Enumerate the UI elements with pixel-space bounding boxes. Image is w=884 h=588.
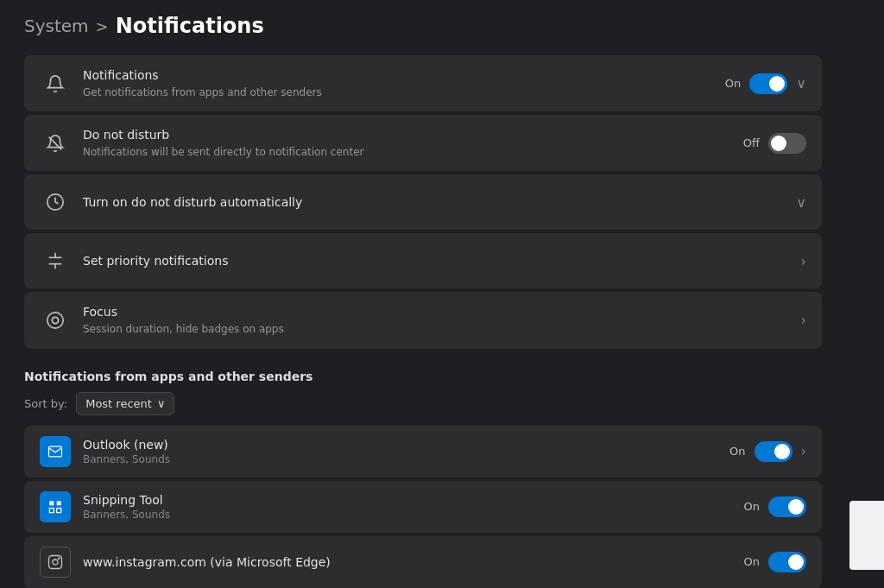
notifications-row[interactable]: Notifications Get notifications from app… — [24, 55, 822, 111]
breadcrumb-system[interactable]: System — [24, 16, 89, 36]
notifications-toggle-label: On — [725, 77, 741, 90]
priority-chevron-right-icon: › — [801, 253, 806, 269]
outlook-toggle-label: On — [729, 445, 745, 458]
page-title: Notifications — [116, 14, 264, 38]
sort-dropdown[interactable]: Most recent ∨ — [76, 392, 174, 415]
settings-list: Notifications Get notifications from app… — [24, 55, 822, 349]
focus-row[interactable]: Focus Session duration, hide badges on a… — [24, 292, 822, 348]
snipping-desc: Banners, Sounds — [83, 509, 744, 521]
notifications-subtitle: Get notifications from apps and other se… — [83, 86, 725, 100]
focus-title: Focus — [83, 304, 801, 321]
dnd-content: Do not disturb Notifications will be sen… — [83, 127, 743, 159]
dnd-title: Do not disturb — [83, 127, 743, 144]
instagram-info: www.instagram.com (via Microsoft Edge) — [83, 555, 744, 569]
apps-section: Notifications from apps and other sender… — [24, 370, 822, 588]
snipping-toggle[interactable] — [768, 496, 806, 517]
sort-chevron-down-icon: ∨ — [157, 397, 166, 410]
focus-icon — [40, 305, 71, 336]
sort-label: Sort by: — [24, 397, 67, 410]
outlook-desc: Banners, Sounds — [83, 453, 729, 465]
notifications-toggle[interactable] — [749, 73, 787, 94]
snipping-toggle-label: On — [744, 500, 760, 513]
outlook-row[interactable]: Outlook (new) Banners, Sounds On › — [24, 426, 822, 477]
priority-title: Set priority notifications — [83, 253, 801, 270]
auto-dnd-content: Turn on do not disturb automatically — [83, 194, 796, 212]
svg-rect-8 — [49, 446, 62, 457]
svg-rect-9 — [49, 555, 62, 568]
dnd-toggle-label: Off — [743, 136, 760, 149]
instagram-controls: On — [744, 552, 806, 572]
notifications-chevron-down-icon: ∨ — [796, 75, 806, 92]
notifications-title: Notifications — [83, 67, 725, 85]
breadcrumb: System > Notifications — [24, 14, 822, 38]
instagram-icon — [40, 547, 71, 578]
focus-chevron: › — [801, 312, 806, 328]
instagram-name: www.instagram.com (via Microsoft Edge) — [83, 555, 744, 569]
focus-chevron-right-icon: › — [801, 312, 806, 328]
snipping-info: Snipping Tool Banners, Sounds — [83, 493, 744, 521]
priority-icon — [40, 245, 71, 276]
notifications-content: Notifications Get notifications from app… — [83, 67, 725, 99]
priority-chevron: › — [801, 253, 806, 269]
snipping-tool-icon — [40, 491, 71, 522]
instagram-toggle[interactable] — [768, 552, 806, 572]
svg-point-10 — [53, 560, 58, 565]
outlook-controls: On › — [729, 441, 806, 462]
auto-dnd-title: Turn on do not disturb automatically — [83, 194, 796, 212]
priority-content: Set priority notifications — [83, 253, 801, 270]
outlook-info: Outlook (new) Banners, Sounds — [83, 438, 729, 465]
snipping-tool-row[interactable]: Snipping Tool Banners, Sounds On — [24, 481, 822, 533]
outlook-chevron-right-icon: › — [801, 443, 806, 459]
app-list: Outlook (new) Banners, Sounds On › — [24, 426, 822, 588]
outlook-toggle[interactable] — [755, 441, 792, 462]
auto-dnd-chevron-down-icon: ∨ — [796, 194, 806, 211]
focus-subtitle: Session duration, hide badges on apps — [83, 323, 801, 337]
snipping-controls: On — [744, 496, 806, 517]
dnd-controls: Off — [743, 133, 806, 154]
auto-dnd-chevron: ∨ — [796, 194, 806, 211]
snipping-name: Snipping Tool — [83, 493, 744, 507]
instagram-toggle-label: On — [744, 555, 760, 568]
priority-notifications-row[interactable]: Set priority notifications › — [24, 233, 822, 288]
svg-point-11 — [59, 558, 60, 559]
sort-value: Most recent — [85, 397, 152, 410]
outlook-icon — [40, 436, 71, 467]
focus-content: Focus Session duration, hide badges on a… — [83, 304, 801, 336]
svg-point-6 — [47, 313, 63, 328]
auto-dnd-row[interactable]: Turn on do not disturb automatically ∨ — [24, 174, 822, 230]
apps-section-title: Notifications from apps and other sender… — [24, 370, 822, 383]
sort-row: Sort by: Most recent ∨ — [24, 392, 822, 415]
dnd-toggle[interactable] — [768, 133, 806, 154]
svg-point-7 — [52, 317, 58, 323]
dnd-subtitle: Notifications will be sent directly to n… — [83, 146, 743, 160]
outlook-name: Outlook (new) — [83, 438, 729, 452]
notifications-icon — [40, 68, 71, 99]
instagram-row[interactable]: www.instagram.com (via Microsoft Edge) O… — [24, 536, 822, 588]
do-not-disturb-icon — [40, 128, 71, 159]
breadcrumb-separator: > — [96, 17, 109, 35]
auto-dnd-icon — [40, 187, 71, 218]
notifications-controls: On ∨ — [725, 73, 806, 94]
scrollbar[interactable] — [849, 501, 884, 570]
do-not-disturb-row[interactable]: Do not disturb Notifications will be sen… — [24, 115, 822, 171]
